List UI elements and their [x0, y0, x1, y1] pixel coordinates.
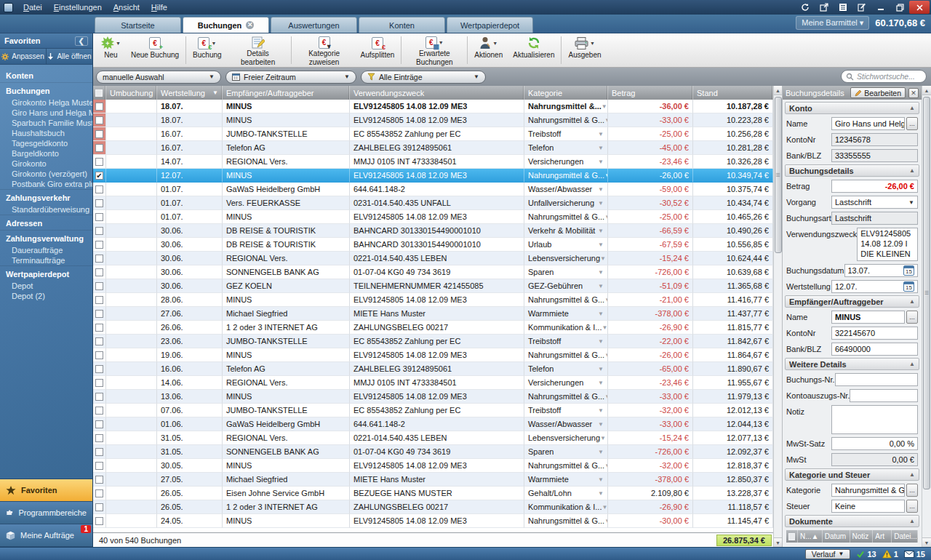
- sidebar-collapse-icon[interactable]: ❮: [75, 36, 88, 46]
- chevron-down-icon[interactable]: ▼: [598, 200, 604, 207]
- edit-window-icon[interactable]: [852, 1, 871, 14]
- table-row[interactable]: 30.06.DB REISE & TOURISTIKBAHNCARD 30133…: [93, 238, 773, 252]
- field-input[interactable]: Keine: [831, 500, 905, 513]
- table-row[interactable]: 27.06.Michael SiegfriedMIETE Hans Muster…: [93, 307, 773, 321]
- table-row[interactable]: 23.06.JUMBO-TANKSTELLEEC 85543852 Zahlun…: [93, 335, 773, 348]
- sidebar-button-programmbereiche[interactable]: Programmbereiche: [0, 502, 92, 524]
- chevron-down-icon[interactable]: ▼: [598, 407, 604, 414]
- sidebar-section-zahlungsverkehr[interactable]: Zahlungsverkehr: [0, 189, 92, 204]
- category-cell[interactable]: Nahrungsmittel & G...▼: [524, 459, 608, 473]
- table-row[interactable]: 01.06.GaWaS Heidelberg GmbH644.641.148-2…: [93, 417, 773, 431]
- sidebar-section-wertpapierdepot[interactable]: Wertpapierdepot: [0, 265, 92, 281]
- sidebar-item[interactable]: Daueraufträge: [0, 245, 92, 255]
- category-cell[interactable]: Nahrungsmittel & G...▼: [524, 169, 608, 183]
- sidebar-item[interactable]: Bargeldkonto: [0, 148, 92, 159]
- selection-filter-dropdown[interactable]: manuelle Auswahl▼: [96, 71, 221, 84]
- category-cell[interactable]: Versicherungen▼: [524, 155, 608, 169]
- row-checkbox[interactable]: ✔: [95, 172, 103, 180]
- more-button[interactable]: ...: [906, 311, 918, 324]
- row-checkbox[interactable]: [95, 296, 103, 304]
- chevron-down-icon[interactable]: ▼: [598, 131, 604, 137]
- row-checkbox[interactable]: [95, 241, 103, 249]
- row-select-cell[interactable]: [93, 100, 106, 113]
- section-header-kategorie-und-steuer[interactable]: Kategorie und Steuer▲: [785, 468, 919, 481]
- column-header-betrag[interactable]: Betrag: [608, 86, 693, 100]
- category-cell[interactable]: Nahrungsmittel &...▼: [524, 100, 608, 113]
- column-header-kategorie[interactable]: Kategorie: [524, 86, 608, 100]
- row-select-cell[interactable]: [93, 445, 106, 459]
- category-cell[interactable]: Wasser/Abwasser▼: [524, 417, 608, 431]
- toolbar-button-aktionen[interactable]: ▼Aktionen: [469, 33, 508, 67]
- row-checkbox[interactable]: [95, 503, 103, 511]
- toolbar-button-neue-buchung[interactable]: €+Neue Buchung: [126, 33, 184, 67]
- section-header-empfänger-auftraggeber[interactable]: Empfänger/Auftraggeber▲: [785, 295, 919, 308]
- doc-column-header[interactable]: Art: [873, 530, 892, 543]
- category-cell[interactable]: Lebensversicherung▼: [524, 431, 608, 445]
- row-select-cell[interactable]: [93, 348, 106, 362]
- more-button[interactable]: ...: [906, 500, 918, 513]
- field-date-input[interactable]: 12.07.15: [831, 280, 918, 293]
- section-header-buchungsdetails[interactable]: Buchungsdetails▲: [785, 164, 919, 177]
- sidebar-tool-alle-oeffnen[interactable]: Alle öffnen: [47, 49, 92, 64]
- doc-column-header[interactable]: Datum: [823, 530, 850, 543]
- table-row[interactable]: 26.05.1 2 oder 3 INTERNET AGZAHLUNGSBELE…: [93, 500, 773, 514]
- table-row[interactable]: 18.07.MINUSELV91245805 14.08 12.09 ME3Na…: [93, 113, 773, 127]
- field-input[interactable]: -26,00 €: [831, 180, 918, 193]
- collapse-icon[interactable]: ▲: [909, 361, 915, 367]
- scrollbar-thumb[interactable]: ☰: [923, 97, 930, 489]
- row-checkbox[interactable]: [95, 365, 103, 373]
- chevron-down-icon[interactable]: ▼: [600, 435, 606, 441]
- collapse-icon[interactable]: ▲: [909, 518, 915, 524]
- collapse-icon[interactable]: ▲: [909, 167, 915, 174]
- scroll-down-icon[interactable]: ▼: [922, 537, 931, 547]
- chevron-down-icon[interactable]: ▼: [598, 338, 604, 345]
- menu-ansicht[interactable]: Ansicht: [108, 1, 145, 13]
- row-checkbox[interactable]: [95, 337, 103, 345]
- category-cell[interactable]: Treibstoff▼: [524, 404, 608, 417]
- toolbar-button-buchung[interactable]: €€▼Buchung: [188, 33, 226, 67]
- field-input[interactable]: 66490000: [831, 343, 918, 356]
- verlauf-button[interactable]: Verlauf▼: [805, 549, 851, 559]
- table-row[interactable]: 30.06.REGIONAL Vers.0221-014.540.435 LEB…: [93, 252, 773, 265]
- sidebar-section-konten[interactable]: Konten: [0, 68, 92, 82]
- column-header-wertstellung[interactable]: Wertstellung▼: [157, 86, 223, 100]
- row-checkbox[interactable]: [95, 420, 103, 428]
- sidebar-item[interactable]: Depot (2): [0, 291, 92, 301]
- row-select-cell[interactable]: [93, 404, 106, 417]
- sidebar-item[interactable]: Depot: [0, 281, 92, 291]
- category-cell[interactable]: Kommunikation & I...▼: [524, 500, 608, 514]
- table-row[interactable]: 01.07.Vers. FEUERKASSE0231-014.540.435 U…: [93, 196, 773, 210]
- row-select-cell[interactable]: [93, 224, 106, 238]
- category-cell[interactable]: Telefon▼: [524, 362, 608, 376]
- field-input[interactable]: Nahrungsmittel & Getränke: [831, 484, 905, 497]
- row-checkbox[interactable]: [95, 213, 103, 221]
- row-select-cell[interactable]: [93, 459, 106, 473]
- export-icon[interactable]: [815, 1, 834, 14]
- list-icon[interactable]: [834, 1, 852, 14]
- row-checkbox[interactable]: [95, 324, 103, 332]
- row-select-cell[interactable]: [93, 514, 106, 528]
- sidebar-tool-anpassen[interactable]: Anpassen: [0, 49, 47, 64]
- sidebar-item[interactable]: Standardüberweisung: [0, 204, 92, 215]
- table-row[interactable]: 30.06.GEZ KOELNTEILNEHMERNUMMER 42145508…: [93, 279, 773, 293]
- calendar-icon[interactable]: 15: [903, 265, 914, 276]
- field-input[interactable]: MINUS: [831, 311, 905, 324]
- sidebar-item[interactable]: Tagesgeldkonto: [0, 138, 92, 148]
- field-input[interactable]: [835, 373, 918, 386]
- row-select-cell[interactable]: [93, 293, 106, 307]
- close-icon[interactable]: [909, 1, 930, 14]
- row-select-cell[interactable]: [93, 390, 106, 404]
- row-checkbox[interactable]: [95, 448, 103, 456]
- panel-scrollbar[interactable]: ▲ ☰ ▼: [922, 86, 931, 547]
- row-checkbox[interactable]: [95, 144, 103, 152]
- category-cell[interactable]: Warmmiete▼: [524, 473, 608, 487]
- chevron-down-icon[interactable]: ▼: [602, 103, 607, 110]
- category-cell[interactable]: Nahrungsmittel & G...▼: [524, 390, 608, 404]
- collapse-icon[interactable]: ▲: [909, 471, 915, 478]
- table-scrollbar[interactable]: ▲ ☰ ▼: [773, 86, 782, 547]
- search-input[interactable]: Stichwortsuche...: [841, 70, 927, 83]
- row-checkbox[interactable]: [95, 407, 103, 415]
- row-checkbox[interactable]: [95, 462, 103, 470]
- toolbar-button-erwartete-buchungen[interactable]: €▦▼Erwartete Buchungen: [403, 33, 466, 67]
- tab-konten[interactable]: Konten: [359, 17, 445, 33]
